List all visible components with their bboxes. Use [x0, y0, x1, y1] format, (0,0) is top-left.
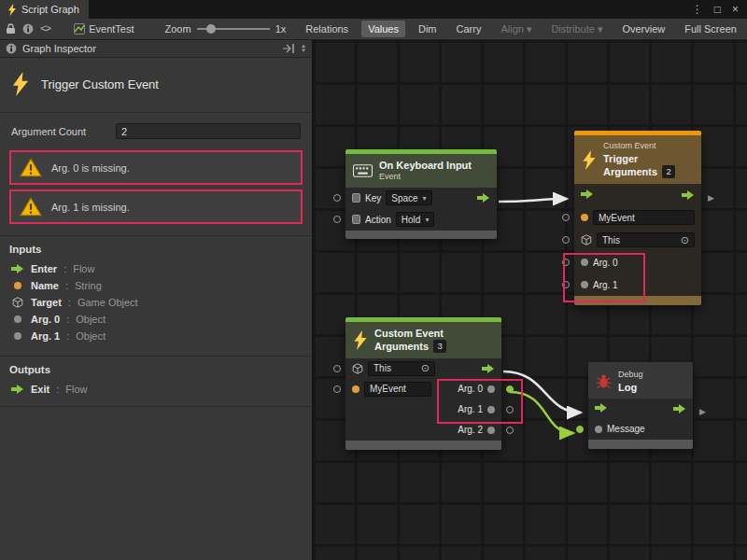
flow-arrow-icon [10, 264, 24, 273]
arg0-input-port[interactable] [562, 259, 570, 266]
target-field[interactable]: This ⊙ [368, 361, 435, 376]
distribute-button[interactable]: Distribute ▾ [544, 21, 609, 38]
continue-triangle-icon: ▶ [708, 193, 714, 203]
bolt-icon [582, 150, 597, 170]
node-custom-event[interactable]: Custom Event Arguments 3 This ⊙ [345, 317, 501, 450]
fullscreen-button[interactable]: Full Screen [678, 21, 743, 37]
tab-script-graph[interactable]: Script Graph [0, 0, 89, 19]
arg1-output-port[interactable] [506, 406, 514, 413]
node-trigger-custom-event[interactable]: Custom Event Trigger Arguments 2 [574, 131, 701, 305]
target-input-port[interactable] [562, 236, 570, 244]
collapse-panel-icon[interactable] [283, 44, 295, 53]
continue-triangle-icon: ▶ [699, 407, 706, 416]
object-type-icon [487, 385, 495, 393]
node-title-line1: Custom Event [374, 327, 446, 340]
chevron-down-icon: ▾ [425, 216, 429, 224]
node-title-line2: Arguments [374, 340, 429, 353]
flow-arrow-icon [10, 385, 24, 394]
flow-output-arrow[interactable] [673, 404, 686, 413]
separator: : [66, 314, 69, 325]
separator: : [65, 280, 68, 291]
event-name-value: MyEvent [370, 384, 406, 394]
warning-arg1-missing: Arg. 1 is missing. [9, 189, 303, 224]
input-port[interactable] [333, 216, 341, 223]
port-type: Object [76, 314, 106, 325]
scroll-down-icon[interactable]: ▼ [301, 49, 306, 53]
action-label: Action [365, 215, 391, 225]
code-view-icon[interactable]: <> [40, 23, 50, 35]
argument-count-input[interactable] [116, 123, 301, 139]
object-picker-icon[interactable]: ⊙ [681, 234, 689, 246]
message-input-port[interactable] [576, 426, 584, 433]
string-type-icon [352, 385, 359, 393]
graph-name-group[interactable]: EventTest [74, 23, 134, 35]
node-on-keyboard-input[interactable]: On Keyboard Input Event Key Space ▾ [345, 149, 497, 239]
string-type-icon [581, 214, 588, 221]
warning-icon [20, 158, 42, 177]
lock-icon[interactable] [6, 23, 16, 35]
input-port[interactable] [333, 194, 341, 202]
name-input-port[interactable] [562, 214, 570, 221]
graph-toolbar: <> EventTest Zoom 1x Relations Values Di… [0, 19, 747, 40]
separator: : [66, 330, 69, 342]
argument-count-label: Argument Count [11, 126, 106, 137]
message-label: Message [607, 424, 645, 434]
event-name-field[interactable]: MyEvent [593, 210, 695, 225]
tab-title: Script Graph [21, 4, 79, 15]
arg0-output-port[interactable] [506, 385, 514, 393]
arg1-label: Arg. 1 [458, 404, 483, 414]
graph-canvas[interactable]: On Keyboard Input Event Key Space ▾ [313, 40, 747, 560]
maximize-icon[interactable]: □ [714, 3, 721, 16]
align-label: Align [500, 23, 523, 35]
chevron-down-icon: ▾ [527, 23, 532, 35]
list-item: Target : Game Object [0, 294, 312, 311]
action-dropdown[interactable]: Hold ▾ [396, 212, 435, 227]
string-type-icon [10, 282, 24, 289]
arg2-label: Arg. 2 [458, 425, 483, 435]
list-item: Enter : Flow [0, 260, 312, 277]
close-icon[interactable]: × [732, 3, 739, 16]
flow-output-arrow[interactable] [482, 364, 495, 373]
list-item: Arg. 1 : Object [0, 328, 312, 344]
panel-scroll-arrows[interactable]: ▲ ▼ [301, 44, 306, 53]
overview-button[interactable]: Overview [615, 21, 671, 37]
zoom-slider[interactable] [197, 28, 270, 30]
target-field[interactable]: This ⊙ [597, 232, 695, 247]
node-category: Custom Event [603, 141, 675, 152]
event-name-field[interactable]: MyEvent [364, 382, 431, 397]
warning-text: Arg. 0 is missing. [51, 162, 130, 174]
object-picker-icon[interactable]: ⊙ [421, 362, 430, 374]
separator: : [63, 263, 66, 274]
wire-arg0-to-message[interactable] [510, 392, 573, 433]
align-button[interactable]: Align ▾ [494, 21, 538, 38]
node-debug-log[interactable]: Debug Log Message [588, 362, 693, 449]
gameobject-cube-icon [10, 297, 24, 308]
dim-button[interactable]: Dim [412, 21, 444, 37]
target-input-port[interactable] [333, 365, 341, 372]
key-dropdown[interactable]: Space ▾ [386, 190, 431, 205]
outputs-section-title: Outputs [0, 356, 312, 381]
zoom-slider-thumb[interactable] [206, 24, 216, 34]
zoom-label: Zoom [165, 23, 191, 35]
wire-keyboard-to-trigger[interactable] [499, 199, 567, 202]
node-title-line1: Trigger [603, 152, 675, 165]
inspect-icon[interactable] [22, 23, 34, 35]
argument-count-badge: 2 [662, 165, 675, 178]
flow-input-arrow[interactable] [595, 403, 608, 414]
flow-output-arrow[interactable] [682, 190, 695, 200]
key-label: Key [365, 193, 381, 203]
window-tab-bar: Script Graph ⋮ □ × [0, 0, 747, 19]
name-input-port[interactable] [333, 385, 341, 393]
warning-icon [20, 197, 42, 217]
values-button[interactable]: Values [361, 21, 405, 37]
list-item: Exit : Flow [0, 381, 312, 398]
arg1-input-port[interactable] [562, 281, 570, 288]
carry-button[interactable]: Carry [450, 21, 488, 37]
trigger-output-arrow[interactable] [477, 193, 490, 203]
flow-input-arrow[interactable] [581, 189, 594, 201]
window-menu-icon[interactable]: ⋮ [692, 3, 703, 16]
arg0-label: Arg. 0 [593, 258, 618, 268]
arg2-output-port[interactable] [506, 427, 514, 434]
chevron-down-icon: ▾ [598, 23, 603, 35]
relations-button[interactable]: Relations [299, 21, 355, 37]
